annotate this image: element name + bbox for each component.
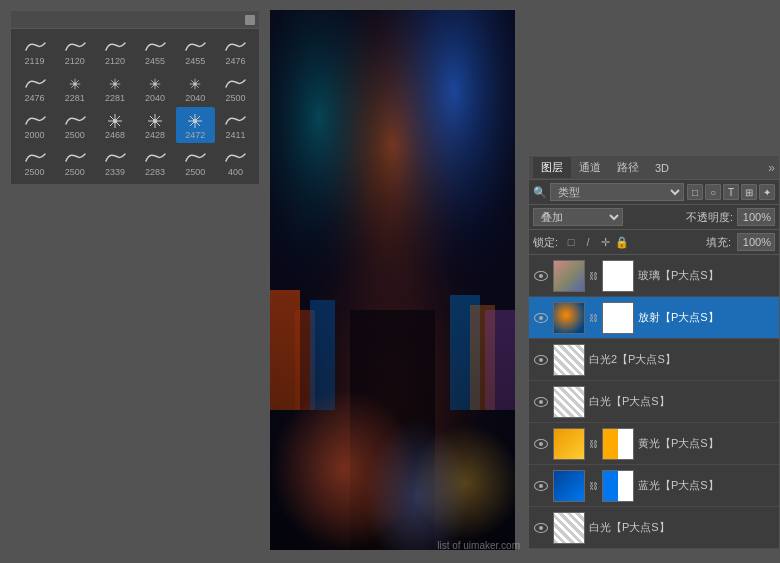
- brush-item[interactable]: 2500: [176, 144, 215, 180]
- close-icon[interactable]: [245, 15, 255, 25]
- brush-icon: [223, 74, 247, 94]
- brush-item[interactable]: 2428: [136, 107, 175, 143]
- brush-size-label: 2281: [65, 94, 85, 103]
- lock-icons: □ / ✛ 🔒: [564, 235, 629, 249]
- brush-item[interactable]: 2281: [95, 70, 134, 106]
- layer-visibility-toggle[interactable]: [533, 310, 549, 326]
- tab-3d[interactable]: 3D: [647, 159, 677, 177]
- layer-visibility-toggle[interactable]: [533, 436, 549, 452]
- fill-input[interactable]: [737, 233, 775, 251]
- lock-paint-icon[interactable]: /: [581, 235, 595, 249]
- layer-visibility-toggle[interactable]: [533, 352, 549, 368]
- brush-icon: [103, 111, 127, 131]
- brush-size-label: 2428: [145, 131, 165, 140]
- svg-rect-40: [350, 310, 435, 550]
- brush-size-label: 2455: [145, 57, 165, 66]
- layers-tabs: 图层 通道 路径 3D »: [529, 156, 779, 180]
- layer-mask-link-icon: ⛓: [589, 302, 597, 334]
- layer-mask-link-icon: ⛓: [589, 260, 597, 292]
- brush-item[interactable]: 2455: [136, 33, 175, 69]
- tab-paths[interactable]: 路径: [609, 157, 647, 178]
- layer-item[interactable]: ⛓蓝光【P大点S】: [529, 465, 779, 507]
- brush-item[interactable]: 2339: [95, 144, 134, 180]
- brush-item[interactable]: 2500: [216, 70, 255, 106]
- brush-size-label: 2281: [105, 94, 125, 103]
- brush-item[interactable]: 2120: [95, 33, 134, 69]
- brush-item[interactable]: 2040: [136, 70, 175, 106]
- blend-mode-select[interactable]: 叠加: [533, 208, 623, 226]
- opacity-label: 不透明度:: [686, 210, 733, 225]
- lock-all-icon[interactable]: 🔒: [615, 235, 629, 249]
- svg-point-29: [153, 119, 157, 123]
- brush-size-label: 2472: [185, 131, 205, 140]
- layer-item[interactable]: ⛓玻璃【P大点S】: [529, 255, 779, 297]
- filter-pixel-btn[interactable]: □: [687, 184, 703, 200]
- layer-visibility-toggle[interactable]: [533, 520, 549, 536]
- layer-name-label: 白光2【P大点S】: [589, 352, 775, 367]
- brush-size-label: 2500: [25, 168, 45, 177]
- opacity-input[interactable]: [737, 208, 775, 226]
- brush-item[interactable]: 2500: [15, 144, 54, 180]
- brush-icon: [63, 74, 87, 94]
- lock-move-icon[interactable]: ✛: [598, 235, 612, 249]
- svg-rect-47: [270, 410, 515, 550]
- brush-item[interactable]: 2411: [216, 107, 255, 143]
- panel-expand-icon[interactable]: »: [768, 161, 775, 175]
- filter-text-btn[interactable]: T: [723, 184, 739, 200]
- brush-grid: 2119 2120 2120 2455 2455 2476 2476 2281: [11, 29, 259, 184]
- layer-item[interactable]: 白光【P大点S】: [529, 507, 779, 549]
- tab-layers[interactable]: 图层: [533, 157, 571, 178]
- brush-size-label: 2468: [105, 131, 125, 140]
- brush-item[interactable]: 2476: [216, 33, 255, 69]
- lock-fill-row: 锁定: □ / ✛ 🔒 填充:: [529, 230, 779, 255]
- brush-size-label: 2119: [25, 57, 45, 66]
- layer-visibility-toggle[interactable]: [533, 268, 549, 284]
- brush-item[interactable]: 2500: [55, 144, 94, 180]
- brush-icon: [103, 148, 127, 168]
- layer-mask-link-icon: ⛓: [589, 470, 597, 502]
- svg-rect-42: [295, 310, 315, 410]
- layers-panel: 图层 通道 路径 3D » 🔍 类型 □ ○ T ⊞ ✦ 叠加 不透明度: 锁定…: [528, 155, 780, 550]
- brush-item[interactable]: 2119: [15, 33, 54, 69]
- filter-select[interactable]: 类型: [550, 183, 684, 201]
- brush-item[interactable]: 2120: [55, 33, 94, 69]
- brush-size-label: 2500: [65, 168, 85, 177]
- svg-rect-45: [470, 305, 495, 410]
- main-canvas: [270, 10, 515, 550]
- brush-item[interactable]: 2000: [15, 107, 54, 143]
- brush-size-label: 2476: [225, 57, 245, 66]
- brush-item[interactable]: 2281: [55, 70, 94, 106]
- layer-visibility-toggle[interactable]: [533, 478, 549, 494]
- layer-item[interactable]: 白光2【P大点S】: [529, 339, 779, 381]
- layer-item[interactable]: ⛓黄光【P大点S】: [529, 423, 779, 465]
- brush-icon: [143, 111, 167, 131]
- filter-adjust-btn[interactable]: ○: [705, 184, 721, 200]
- brush-item[interactable]: 400: [216, 144, 255, 180]
- canvas-image: [270, 10, 515, 550]
- lock-transparency-icon[interactable]: □: [564, 235, 578, 249]
- brush-icon: [223, 111, 247, 131]
- layer-item[interactable]: ⛓放射【P大点S】: [529, 297, 779, 339]
- brush-item[interactable]: 2040: [176, 70, 215, 106]
- watermark: list of uimaker.com: [437, 540, 520, 551]
- brush-size-label: 400: [228, 168, 243, 177]
- brush-item[interactable]: 2455: [176, 33, 215, 69]
- tab-channels[interactable]: 通道: [571, 157, 609, 178]
- brush-item[interactable]: 2476: [15, 70, 54, 106]
- blend-mode-row: 叠加 不透明度:: [529, 205, 779, 230]
- layer-mask-thumbnail: [602, 470, 634, 502]
- brush-item[interactable]: 2472: [176, 107, 215, 143]
- brush-icon: [143, 74, 167, 94]
- brush-item[interactable]: 2500: [55, 107, 94, 143]
- svg-point-19: [194, 82, 197, 85]
- brush-icon: [143, 148, 167, 168]
- filter-shape-btn[interactable]: ⊞: [741, 184, 757, 200]
- brush-item[interactable]: 2468: [95, 107, 134, 143]
- brush-icon: [223, 37, 247, 57]
- brush-item[interactable]: 2283: [136, 144, 175, 180]
- layer-visibility-toggle[interactable]: [533, 394, 549, 410]
- layer-mask-link-icon: ⛓: [589, 428, 597, 460]
- brush-icon: [63, 111, 87, 131]
- layer-item[interactable]: 白光【P大点S】: [529, 381, 779, 423]
- filter-smart-btn[interactable]: ✦: [759, 184, 775, 200]
